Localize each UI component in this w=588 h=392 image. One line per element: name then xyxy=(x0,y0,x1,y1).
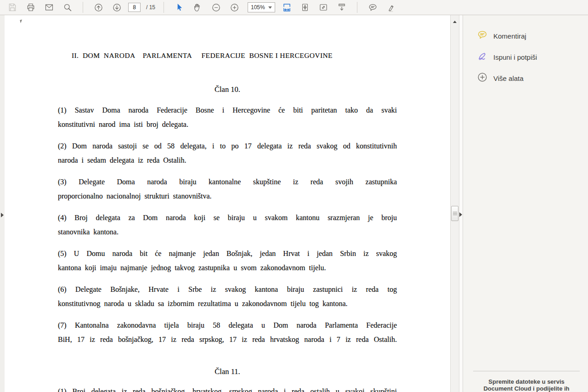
scrollbar-grip xyxy=(453,212,457,216)
comment-button[interactable] xyxy=(366,1,379,14)
text-line: (1) Broj delegata iz reda bošnjačkog, hr… xyxy=(58,388,397,392)
zoom-out-button[interactable] xyxy=(209,1,223,14)
toolbar-separator xyxy=(164,2,164,13)
text-line: (2) Dom naroda sastoji se od 58 delegata… xyxy=(58,139,397,153)
highlighter-icon xyxy=(386,3,396,12)
fullscreen-button[interactable] xyxy=(317,1,330,14)
paragraph: (7) Kantonalna zakonodavna tijela biraju… xyxy=(58,318,397,347)
sidebar-item-label: Komentiraj xyxy=(493,32,526,40)
read-mode-icon xyxy=(337,3,346,12)
sidebar-item-fill-sign[interactable]: Ispuni i potpiši xyxy=(463,46,588,68)
more-tools-plus-icon xyxy=(477,72,488,85)
next-page-button[interactable] xyxy=(110,1,124,14)
toolbar-separator xyxy=(83,2,83,13)
text-line: proporcionalno nacionalnoj strukturi sta… xyxy=(58,189,397,203)
pdf-page[interactable]: II. DOM NARODA PARLAMENTA FEDERACIJE BOS… xyxy=(5,15,450,392)
sidebar-item-label: Ispuni i potpiši xyxy=(493,53,537,61)
tools-sidebar: Komentiraj Ispuni i potpiši Više al xyxy=(463,15,588,392)
page-down-icon xyxy=(112,3,122,12)
article-heading: Član 11. xyxy=(58,367,397,376)
comment-bubble-icon xyxy=(477,29,488,42)
sidebar-item-label: Više alata xyxy=(493,74,524,82)
fill-sign-pen-icon xyxy=(477,51,488,63)
select-tool-icon xyxy=(175,3,184,12)
text-line: stanovnika kantona. xyxy=(58,225,397,239)
zoom-in-icon xyxy=(230,3,239,12)
email-button[interactable] xyxy=(42,1,56,14)
chevron-down-icon xyxy=(268,6,272,9)
zoom-in-button[interactable] xyxy=(227,1,241,14)
print-button[interactable] xyxy=(24,1,38,14)
text-line: konstitutivnog naroda u skladu sa izborn… xyxy=(58,296,397,311)
email-icon xyxy=(45,3,54,12)
text-line: (5) U Domu naroda bit će najmanje jedan … xyxy=(58,246,397,261)
tools-pane-toggle[interactable] xyxy=(459,212,462,217)
toolbar-separator xyxy=(357,2,357,13)
zoom-level-value: 105% xyxy=(251,4,265,11)
document-cloud-promo: Spremite datoteke u servis Document Clou… xyxy=(473,371,580,392)
text-line: (3) Delegate Doma naroda biraju kantonal… xyxy=(58,175,397,189)
text-line: (4) Broj delegata za Dom naroda koji se … xyxy=(58,210,397,225)
fit-page-icon xyxy=(300,3,310,12)
fit-page-button[interactable] xyxy=(298,1,312,14)
previous-page-button[interactable] xyxy=(91,1,105,14)
paragraph: (6) Delegate Bošnjake, Hrvate i Srbe iz … xyxy=(58,282,397,311)
read-mode-button[interactable] xyxy=(335,1,349,14)
vertical-scrollbar[interactable] xyxy=(450,15,459,392)
save-icon xyxy=(8,3,17,12)
text-line: (6) Delegate Bošnjake, Hrvate i Srbe iz … xyxy=(58,282,397,296)
hand-tool-icon xyxy=(193,3,202,12)
paragraph: (4) Broj delegata za Dom naroda koji se … xyxy=(58,210,397,239)
sidebar-item-comment[interactable]: Komentiraj xyxy=(463,25,588,46)
paragraph: (5) U Domu naroda bit će najmanje jedan … xyxy=(58,246,397,275)
tools-pane-edge xyxy=(459,15,463,392)
print-icon xyxy=(26,3,35,12)
paragraph: (3) Delegate Doma naroda biraju kantonal… xyxy=(58,175,397,203)
text-line: BiH, 17 iz reda bošnjačkog, 17 iz reda s… xyxy=(58,332,397,347)
select-tool-button[interactable] xyxy=(172,1,186,14)
highlighter-button[interactable] xyxy=(384,1,398,14)
clipped-paragraph: (1) Broj delegata iz reda bošnjačkog, hr… xyxy=(58,388,397,392)
page-number-input[interactable] xyxy=(128,3,141,12)
page-up-icon xyxy=(94,3,103,12)
document-text: II. DOM NARODA PARLAMENTA FEDERACIJE BOS… xyxy=(58,51,397,392)
comment-icon xyxy=(368,3,378,12)
search-button[interactable] xyxy=(61,1,74,14)
document-title: II. DOM NARODA PARLAMENTA FEDERACIJE BOS… xyxy=(72,51,397,60)
save-button[interactable] xyxy=(6,1,19,14)
paragraph: (1) Sastav Doma naroda Federacije Bosne … xyxy=(58,103,397,131)
sidebar-item-more-tools[interactable]: Više alata xyxy=(463,68,588,89)
text-line: kantona koji imaju najmanje jednog takvo… xyxy=(58,261,397,275)
hand-tool-button[interactable] xyxy=(191,1,204,14)
nav-pane-toggle[interactable] xyxy=(1,213,4,217)
text-line: konstitutivni narod ima isti broj delega… xyxy=(58,117,397,131)
zoom-level-dropdown[interactable]: 105% xyxy=(248,2,275,12)
toolbar: / 15 105% xyxy=(0,0,588,15)
text-line: naroda i sedam delegata iz reda Ostalih. xyxy=(58,153,397,167)
page-total-label: / 15 xyxy=(146,4,155,11)
text-line: (7) Kantonalna zakonodavna tijela biraju… xyxy=(58,318,397,332)
cursor-mark xyxy=(20,19,23,23)
scroll-up-arrow-icon[interactable] xyxy=(453,21,457,23)
text-line: (1) Sastav Doma naroda Federacije Bosne … xyxy=(58,103,397,117)
fit-width-icon xyxy=(282,3,292,12)
paragraph: (2) Dom naroda sastoji se od 58 delegata… xyxy=(58,139,397,167)
zoom-out-icon xyxy=(211,3,221,12)
left-gutter xyxy=(0,15,5,392)
fit-width-button[interactable] xyxy=(280,1,294,14)
scrollbar-thumb[interactable] xyxy=(451,206,458,221)
search-icon xyxy=(63,3,72,12)
article-heading: Član 10. xyxy=(58,85,397,94)
fullscreen-icon xyxy=(319,3,328,12)
